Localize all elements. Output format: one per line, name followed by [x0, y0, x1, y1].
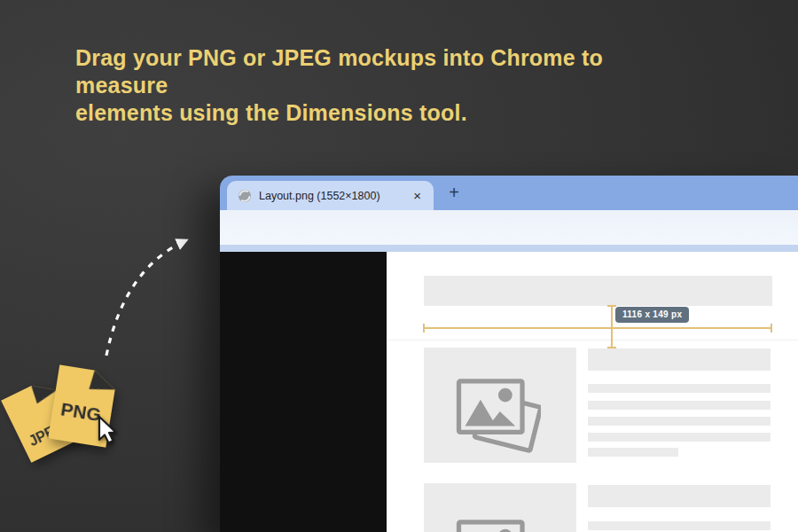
- mouse-cursor-icon: [92, 413, 121, 450]
- row-divider: [387, 340, 798, 340]
- heading-block: [588, 485, 771, 507]
- heading-block: [588, 348, 771, 371]
- dimensions-tooltip: 1116 x 149 px: [615, 307, 689, 323]
- image-placeholder-box: [424, 483, 576, 532]
- text-line: [588, 417, 771, 426]
- text-line: [588, 384, 771, 393]
- measure-vertical-line: [611, 306, 613, 348]
- browser-toolbar: [220, 210, 798, 245]
- measure-tick-left: [423, 324, 425, 332]
- tab-layout-png[interactable]: Layout.png (1552×1800) ×: [227, 181, 434, 210]
- chrome-window: Layout.png (1552×1800) × + 1116 x 149 px: [220, 176, 798, 532]
- measure-tick-right: [771, 324, 772, 332]
- toolbar-divider: [220, 245, 798, 252]
- image-placeholder-icon: [456, 516, 541, 532]
- tab-close-icon[interactable]: ×: [411, 189, 423, 202]
- image-placeholder-box: [424, 348, 576, 463]
- image-placeholder-icon: [456, 375, 541, 458]
- tab-strip: Layout.png (1552×1800) × +: [220, 176, 798, 210]
- new-tab-button[interactable]: +: [443, 182, 465, 203]
- text-line: [588, 521, 771, 530]
- image-letterbox: [220, 252, 387, 532]
- banner-block: [424, 276, 772, 306]
- browser-content: 1116 x 149 px: [220, 252, 798, 532]
- text-line: [588, 433, 771, 442]
- measure-horizontal-line: [423, 327, 772, 329]
- text-line-short: [588, 448, 678, 457]
- headline: Drag your PNG or JPEG mockups into Chrom…: [75, 44, 696, 127]
- tab-title: Layout.png (1552×1800): [259, 190, 380, 202]
- measure-tick-top: [607, 305, 616, 307]
- globe-favicon-icon: [238, 189, 252, 203]
- text-line: [588, 401, 771, 410]
- mockup-page: 1116 x 149 px: [387, 252, 798, 532]
